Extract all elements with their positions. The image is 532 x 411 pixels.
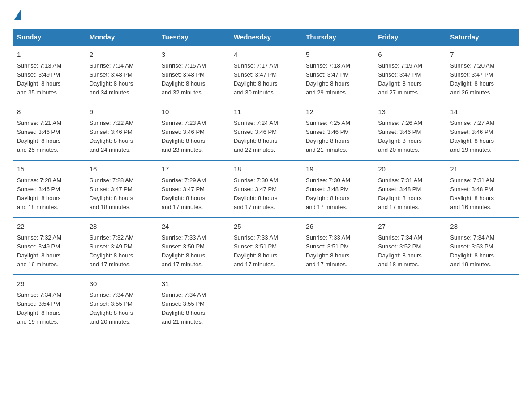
day-cell-7: 7Sunrise: 7:20 AMSunset: 3:47 PMDaylight… bbox=[446, 46, 519, 103]
day-info: Sunrise: 7:30 AMSunset: 3:47 PMDaylight:… bbox=[234, 176, 298, 212]
day-number: 27 bbox=[378, 222, 442, 232]
day-cell-24: 24Sunrise: 7:33 AMSunset: 3:50 PMDayligh… bbox=[158, 218, 230, 275]
day-cell-20: 20Sunrise: 7:31 AMSunset: 3:48 PMDayligh… bbox=[374, 160, 446, 218]
day-cell-29: 29Sunrise: 7:34 AMSunset: 3:54 PMDayligh… bbox=[13, 275, 86, 332]
empty-cell bbox=[374, 275, 446, 332]
day-number: 25 bbox=[234, 222, 298, 232]
week-row-1: 1Sunrise: 7:13 AMSunset: 3:49 PMDaylight… bbox=[13, 46, 519, 103]
weekday-header-wednesday: Wednesday bbox=[230, 29, 302, 46]
empty-cell bbox=[446, 275, 519, 332]
day-number: 2 bbox=[90, 50, 154, 60]
day-number: 8 bbox=[17, 107, 82, 117]
day-cell-28: 28Sunrise: 7:34 AMSunset: 3:53 PMDayligh… bbox=[446, 218, 519, 275]
day-info: Sunrise: 7:32 AMSunset: 3:49 PMDaylight:… bbox=[17, 233, 82, 270]
day-info: Sunrise: 7:32 AMSunset: 3:49 PMDaylight:… bbox=[90, 233, 154, 270]
day-info: Sunrise: 7:28 AMSunset: 3:47 PMDaylight:… bbox=[90, 176, 154, 212]
day-info: Sunrise: 7:34 AMSunset: 3:53 PMDaylight:… bbox=[450, 233, 515, 270]
day-info: Sunrise: 7:34 AMSunset: 3:55 PMDaylight:… bbox=[162, 291, 226, 327]
day-cell-16: 16Sunrise: 7:28 AMSunset: 3:47 PMDayligh… bbox=[86, 160, 158, 218]
day-number: 12 bbox=[306, 107, 370, 117]
day-info: Sunrise: 7:28 AMSunset: 3:46 PMDaylight:… bbox=[17, 176, 82, 212]
day-number: 1 bbox=[17, 50, 82, 60]
weekday-header-tuesday: Tuesday bbox=[158, 29, 230, 46]
day-info: Sunrise: 7:30 AMSunset: 3:48 PMDaylight:… bbox=[306, 176, 370, 212]
day-cell-17: 17Sunrise: 7:29 AMSunset: 3:47 PMDayligh… bbox=[158, 160, 230, 218]
day-number: 30 bbox=[90, 279, 154, 289]
day-cell-26: 26Sunrise: 7:33 AMSunset: 3:51 PMDayligh… bbox=[302, 218, 374, 275]
day-number: 4 bbox=[234, 50, 298, 60]
day-number: 11 bbox=[234, 107, 298, 117]
weekday-header-row: SundayMondayTuesdayWednesdayThursdayFrid… bbox=[13, 29, 519, 46]
day-cell-14: 14Sunrise: 7:27 AMSunset: 3:46 PMDayligh… bbox=[446, 103, 519, 160]
logo-triangle-icon bbox=[14, 10, 21, 20]
day-cell-19: 19Sunrise: 7:30 AMSunset: 3:48 PMDayligh… bbox=[302, 160, 374, 218]
day-number: 18 bbox=[234, 164, 298, 175]
day-info: Sunrise: 7:23 AMSunset: 3:46 PMDaylight:… bbox=[162, 119, 226, 155]
day-number: 5 bbox=[306, 50, 370, 60]
day-info: Sunrise: 7:34 AMSunset: 3:54 PMDaylight:… bbox=[17, 291, 82, 327]
day-number: 9 bbox=[90, 107, 154, 117]
weekday-header-friday: Friday bbox=[374, 29, 446, 46]
day-info: Sunrise: 7:17 AMSunset: 3:47 PMDaylight:… bbox=[234, 61, 298, 98]
week-row-5: 29Sunrise: 7:34 AMSunset: 3:54 PMDayligh… bbox=[13, 275, 519, 332]
day-info: Sunrise: 7:29 AMSunset: 3:47 PMDaylight:… bbox=[162, 176, 226, 212]
day-info: Sunrise: 7:31 AMSunset: 3:48 PMDaylight:… bbox=[378, 176, 442, 212]
week-row-4: 22Sunrise: 7:32 AMSunset: 3:49 PMDayligh… bbox=[13, 218, 519, 275]
day-info: Sunrise: 7:26 AMSunset: 3:46 PMDaylight:… bbox=[378, 119, 442, 155]
day-number: 3 bbox=[162, 50, 226, 60]
day-cell-25: 25Sunrise: 7:33 AMSunset: 3:51 PMDayligh… bbox=[230, 218, 302, 275]
day-number: 24 bbox=[162, 222, 226, 232]
day-info: Sunrise: 7:14 AMSunset: 3:48 PMDaylight:… bbox=[90, 61, 154, 98]
day-info: Sunrise: 7:13 AMSunset: 3:49 PMDaylight:… bbox=[17, 61, 82, 98]
day-info: Sunrise: 7:25 AMSunset: 3:46 PMDaylight:… bbox=[306, 119, 370, 155]
day-info: Sunrise: 7:21 AMSunset: 3:46 PMDaylight:… bbox=[17, 119, 82, 155]
week-row-3: 15Sunrise: 7:28 AMSunset: 3:46 PMDayligh… bbox=[13, 160, 519, 218]
day-cell-9: 9Sunrise: 7:22 AMSunset: 3:46 PMDaylight… bbox=[86, 103, 158, 160]
weekday-header-thursday: Thursday bbox=[302, 29, 374, 46]
day-cell-18: 18Sunrise: 7:30 AMSunset: 3:47 PMDayligh… bbox=[230, 160, 302, 218]
day-number: 26 bbox=[306, 222, 370, 232]
day-info: Sunrise: 7:18 AMSunset: 3:47 PMDaylight:… bbox=[306, 61, 370, 98]
day-info: Sunrise: 7:33 AMSunset: 3:51 PMDaylight:… bbox=[234, 233, 298, 270]
day-number: 21 bbox=[450, 164, 515, 175]
day-cell-3: 3Sunrise: 7:15 AMSunset: 3:48 PMDaylight… bbox=[158, 46, 230, 103]
day-cell-8: 8Sunrise: 7:21 AMSunset: 3:46 PMDaylight… bbox=[13, 103, 86, 160]
week-row-2: 8Sunrise: 7:21 AMSunset: 3:46 PMDaylight… bbox=[13, 103, 519, 160]
day-info: Sunrise: 7:27 AMSunset: 3:46 PMDaylight:… bbox=[450, 119, 515, 155]
day-cell-23: 23Sunrise: 7:32 AMSunset: 3:49 PMDayligh… bbox=[86, 218, 158, 275]
day-info: Sunrise: 7:24 AMSunset: 3:46 PMDaylight:… bbox=[234, 119, 298, 155]
page-header bbox=[13, 9, 519, 20]
day-number: 19 bbox=[306, 164, 370, 175]
day-cell-2: 2Sunrise: 7:14 AMSunset: 3:48 PMDaylight… bbox=[86, 46, 158, 103]
day-number: 23 bbox=[90, 222, 154, 232]
day-cell-10: 10Sunrise: 7:23 AMSunset: 3:46 PMDayligh… bbox=[158, 103, 230, 160]
day-info: Sunrise: 7:22 AMSunset: 3:46 PMDaylight:… bbox=[90, 119, 154, 155]
day-number: 13 bbox=[378, 107, 442, 117]
day-cell-1: 1Sunrise: 7:13 AMSunset: 3:49 PMDaylight… bbox=[13, 46, 86, 103]
day-cell-12: 12Sunrise: 7:25 AMSunset: 3:46 PMDayligh… bbox=[302, 103, 374, 160]
day-info: Sunrise: 7:34 AMSunset: 3:55 PMDaylight:… bbox=[90, 291, 154, 327]
day-cell-22: 22Sunrise: 7:32 AMSunset: 3:49 PMDayligh… bbox=[13, 218, 86, 275]
day-cell-5: 5Sunrise: 7:18 AMSunset: 3:47 PMDaylight… bbox=[302, 46, 374, 103]
day-cell-31: 31Sunrise: 7:34 AMSunset: 3:55 PMDayligh… bbox=[158, 275, 230, 332]
day-cell-15: 15Sunrise: 7:28 AMSunset: 3:46 PMDayligh… bbox=[13, 160, 86, 218]
day-number: 31 bbox=[162, 279, 226, 289]
calendar-table: SundayMondayTuesdayWednesdayThursdayFrid… bbox=[13, 29, 519, 332]
weekday-header-monday: Monday bbox=[86, 29, 158, 46]
day-cell-30: 30Sunrise: 7:34 AMSunset: 3:55 PMDayligh… bbox=[86, 275, 158, 332]
day-number: 7 bbox=[450, 50, 515, 60]
day-number: 29 bbox=[17, 279, 82, 289]
day-cell-13: 13Sunrise: 7:26 AMSunset: 3:46 PMDayligh… bbox=[374, 103, 446, 160]
day-cell-21: 21Sunrise: 7:31 AMSunset: 3:48 PMDayligh… bbox=[446, 160, 519, 218]
day-cell-6: 6Sunrise: 7:19 AMSunset: 3:47 PMDaylight… bbox=[374, 46, 446, 103]
empty-cell bbox=[302, 275, 374, 332]
day-info: Sunrise: 7:33 AMSunset: 3:51 PMDaylight:… bbox=[306, 233, 370, 270]
day-number: 14 bbox=[450, 107, 515, 117]
day-number: 17 bbox=[162, 164, 226, 175]
day-info: Sunrise: 7:15 AMSunset: 3:48 PMDaylight:… bbox=[162, 61, 226, 98]
day-info: Sunrise: 7:31 AMSunset: 3:48 PMDaylight:… bbox=[450, 176, 515, 212]
day-number: 16 bbox=[90, 164, 154, 175]
day-number: 6 bbox=[378, 50, 442, 60]
day-number: 20 bbox=[378, 164, 442, 175]
day-cell-27: 27Sunrise: 7:34 AMSunset: 3:52 PMDayligh… bbox=[374, 218, 446, 275]
